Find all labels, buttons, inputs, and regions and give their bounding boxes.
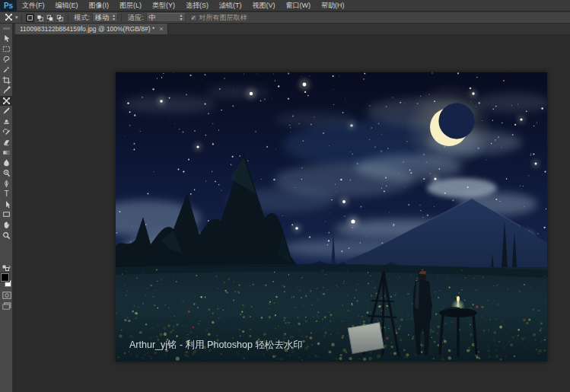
mode-value: 移动 (95, 13, 109, 23)
tool-path-selection[interactable] (0, 199, 13, 210)
selection-mode-buttons (25, 14, 65, 22)
new-selection-button[interactable] (26, 14, 34, 22)
quick-mask-button[interactable] (0, 291, 13, 300)
checkbox-check-icon: ✓ (190, 14, 197, 21)
starry-night-artwork: Arthur_yj铭 - 利用 Photoshop 轻松去水印 (116, 72, 547, 362)
tool-type[interactable]: T (0, 189, 13, 199)
menu-item[interactable]: 帮助(H) (316, 0, 350, 11)
tool-preset-picker[interactable]: ▾ (5, 13, 18, 23)
tools-panel-header[interactable] (0, 24, 12, 33)
photoshop-window: Ps 文件(F)编辑(E)图像(I)图层(L)类型(Y)选择(S)滤镜(T)视图… (0, 0, 570, 392)
tool-clone-stamp[interactable] (0, 116, 13, 127)
color-controls (0, 264, 13, 311)
tool-history-brush[interactable] (0, 126, 13, 137)
menu-item[interactable]: 视图(V) (247, 0, 281, 11)
add-to-selection-button[interactable] (36, 14, 44, 22)
content-aware-move-icon (5, 13, 13, 23)
photoshop-logo: Ps (0, 0, 17, 11)
sample-all-layers-label: 对所有图层取样 (199, 13, 247, 23)
updown-arrow-icon: ▴▾ (180, 14, 183, 21)
svg-text:T: T (4, 190, 8, 198)
tool-eyedropper[interactable] (0, 85, 13, 96)
color-swatches[interactable] (0, 272, 13, 289)
tool-blur[interactable] (0, 158, 13, 168)
tool-zoom[interactable] (0, 230, 13, 241)
menu-item[interactable]: 图像(I) (84, 0, 115, 11)
divider (121, 14, 122, 22)
watermark-text: Arthur_yj铭 - 利用 Photoshop 轻松去水印 (129, 339, 303, 350)
tool-options-bar: ▾ 模式: 移动 ▴▾ 适应: 中 ▴▾ ✓ 对所有图层取样 (0, 12, 570, 24)
tool-dodge[interactable] (0, 168, 13, 179)
menu-items: 文件(F)编辑(E)图像(I)图层(L)类型(Y)选择(S)滤镜(T)视图(V)… (17, 0, 350, 11)
menu-item[interactable]: 类型(Y) (147, 0, 180, 11)
adaptation-value: 中 (149, 13, 156, 23)
divider (21, 14, 22, 22)
menu-item[interactable]: 滤镜(T) (214, 0, 247, 11)
close-icon[interactable]: × (159, 25, 163, 33)
menu-item[interactable]: 窗口(W) (281, 0, 317, 11)
tool-eraser[interactable] (0, 137, 13, 148)
menu-item[interactable]: 图层(L) (114, 0, 147, 11)
screen-mode-button[interactable] (0, 301, 13, 311)
document-tab[interactable]: 1100983122b884159fo.jpg @ 100%(RGB/8#) *… (15, 24, 168, 34)
mode-label: 模式: (75, 13, 91, 23)
canvas-pasteboard: Arthur_yj铭 - 利用 Photoshop 轻松去水印 (14, 34, 570, 392)
updown-arrow-icon: ▴▾ (113, 14, 115, 21)
subtract-from-selection-button[interactable] (46, 14, 54, 22)
document-title: 1100983122b884159fo.jpg @ 100%(RGB/8#) * (20, 25, 154, 33)
menu-item[interactable]: 编辑(E) (50, 0, 84, 11)
divider (68, 14, 68, 22)
canvas-image[interactable]: Arthur_yj铭 - 利用 Photoshop 轻松去水印 (116, 72, 547, 362)
swap-colors-icon[interactable] (0, 264, 13, 272)
tool-hand[interactable] (0, 220, 13, 231)
crescent-moon (405, 83, 493, 171)
tool-crop[interactable] (0, 75, 13, 85)
sample-all-layers-checkbox[interactable]: ✓ 对所有图层取样 (190, 13, 247, 23)
chevron-down-icon: ▾ (15, 14, 18, 21)
tool-pen[interactable] (0, 178, 13, 189)
tools-panel: T (0, 24, 13, 392)
menu-bar: Ps 文件(F)编辑(E)图像(I)图层(L)类型(Y)选择(S)滤镜(T)视图… (0, 0, 570, 11)
tool-lasso[interactable] (0, 54, 13, 65)
bottom-vignette (116, 301, 547, 362)
tool-quick-selection[interactable] (0, 65, 13, 75)
tool-list: T (0, 33, 12, 241)
menu-item[interactable]: 文件(F) (17, 0, 50, 11)
tool-brush[interactable] (0, 106, 13, 116)
tool-move[interactable] (0, 33, 13, 44)
menu-item[interactable]: 选择(S) (180, 0, 214, 11)
adaptation-dropdown[interactable]: 中 ▴▾ (146, 13, 186, 22)
panel-grip-icon (3, 27, 10, 30)
tool-rectangle-shape[interactable] (0, 209, 13, 220)
adaptation-label: 适应: (128, 13, 144, 23)
mode-dropdown[interactable]: 移动 ▴▾ (92, 13, 118, 22)
tool-content-aware-move[interactable] (0, 96, 13, 107)
intersect-selection-button[interactable] (56, 14, 64, 22)
foreground-color-swatch[interactable] (1, 273, 9, 282)
tool-rectangular-marquee[interactable] (0, 44, 13, 55)
tool-gradient[interactable] (0, 148, 13, 158)
document-tab-bar: 1100983122b884159fo.jpg @ 100%(RGB/8#) *… (14, 24, 570, 34)
